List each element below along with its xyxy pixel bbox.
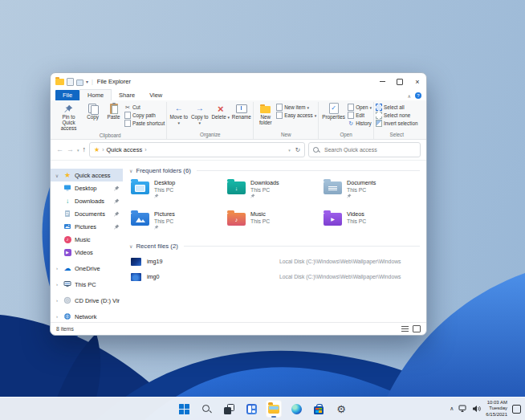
volume-icon[interactable] xyxy=(472,402,481,416)
pin-icon xyxy=(154,225,159,230)
paste-button[interactable]: Paste xyxy=(104,102,124,120)
task-view-button[interactable] xyxy=(221,400,237,418)
microsoft-store-button[interactable] xyxy=(311,400,327,418)
copy-path-button[interactable]: Copy path xyxy=(124,112,165,119)
open-button[interactable]: Open ▾ xyxy=(348,104,372,111)
hidden-icons-chevron-icon[interactable]: ∧ xyxy=(450,406,454,412)
settings-button[interactable]: ⚙ xyxy=(333,400,349,418)
close-button[interactable]: × xyxy=(409,75,426,88)
up-button[interactable]: ↑ xyxy=(83,146,87,153)
sidebar-item-downloads[interactable]: ↓ Downloads xyxy=(51,194,123,207)
desktop-icon xyxy=(63,184,71,192)
address-dropdown-caret-icon[interactable]: ▾ xyxy=(288,148,291,153)
select-all-label: Select all xyxy=(384,104,405,110)
qat-properties-icon[interactable] xyxy=(67,78,74,86)
minimize-button[interactable] xyxy=(373,75,391,88)
large-icons-view-icon[interactable] xyxy=(413,325,421,332)
chevron-down-icon[interactable]: ∨ xyxy=(129,243,132,249)
easy-access-button[interactable]: Easy access ▾ xyxy=(276,112,316,119)
move-to-button[interactable]: ← Move to ▾ xyxy=(169,102,189,126)
folder-tile-documents[interactable]: Documents This PC xyxy=(324,179,420,206)
chevron-down-icon[interactable]: ∨ xyxy=(129,168,132,173)
invert-selection-button[interactable]: Invert selection xyxy=(376,120,417,127)
address-bar[interactable]: ★ › Quick access › ▾ ↻ xyxy=(89,142,305,157)
search-box[interactable] xyxy=(308,142,421,157)
qat-new-folder-icon[interactable] xyxy=(76,80,83,86)
select-all-button[interactable]: Select all xyxy=(376,104,417,111)
history-button[interactable]: ↻ History xyxy=(348,120,372,127)
properties-button[interactable]: ✓ Properties xyxy=(320,102,347,120)
edge-button[interactable] xyxy=(288,400,304,418)
rename-button[interactable]: Rename xyxy=(231,102,251,120)
sidebar-item-this-pc[interactable]: › This PC xyxy=(51,278,123,291)
collapse-ribbon-icon[interactable]: ∧ xyxy=(408,93,411,99)
search-icon xyxy=(201,404,211,414)
back-button[interactable]: ← xyxy=(56,146,63,153)
sidebar-item-cd-drive[interactable]: › CD Drive (D:) Virtual xyxy=(51,294,123,307)
chevron-right-icon[interactable]: › xyxy=(54,282,60,287)
help-icon[interactable]: ? xyxy=(415,92,421,99)
sidebar-item-quick-access[interactable]: ∨ ★ Quick access xyxy=(51,169,123,181)
sidebar-item-pictures[interactable]: Pictures xyxy=(51,220,123,233)
open-label: Open xyxy=(356,104,368,110)
search-input[interactable] xyxy=(323,146,416,153)
sidebar-item-onedrive[interactable]: › ☁ OneDrive xyxy=(51,262,123,275)
folder-tile-downloads[interactable]: ↓ Downloads This PC xyxy=(227,179,324,206)
paste-shortcut-button[interactable]: Paste shortcut xyxy=(124,120,165,127)
tab-home[interactable]: Home xyxy=(79,89,112,100)
sidebar-item-music[interactable]: ♪ Music xyxy=(51,233,123,246)
tab-file[interactable]: File xyxy=(55,90,79,100)
breadcrumb-chevron-icon[interactable]: › xyxy=(102,147,104,153)
new-item-button[interactable]: New item ▾ xyxy=(276,104,316,111)
sidebar-item-network[interactable]: › Network xyxy=(51,310,123,322)
recent-locations-caret-icon[interactable]: ▾ xyxy=(77,148,79,153)
forward-button[interactable]: → xyxy=(67,146,74,153)
pin-icon xyxy=(347,194,352,198)
taskbar-search-button[interactable] xyxy=(198,400,214,418)
qat-customize-caret-icon[interactable]: ▾ xyxy=(86,80,88,84)
breadcrumb-chevron-icon[interactable]: › xyxy=(144,147,146,153)
pin-to-quick-access-button[interactable]: Pin to Quick access xyxy=(55,102,82,132)
delete-button[interactable]: × Delete ▾ xyxy=(210,102,230,120)
cut-button[interactable]: ✂ Cut xyxy=(124,104,165,111)
window-title: File Explorer xyxy=(97,78,131,85)
desktop[interactable]: ▾ | File Explorer × File Home Share View… xyxy=(0,0,525,420)
edit-button[interactable]: Edit xyxy=(348,112,372,119)
details-view-icon[interactable] xyxy=(401,326,409,332)
sidebar-item-desktop[interactable]: Desktop xyxy=(51,181,123,194)
breadcrumb[interactable]: Quick access xyxy=(107,146,143,153)
folder-tile-videos[interactable]: ▶ Videos This PC xyxy=(324,210,420,238)
select-all-icon xyxy=(376,104,382,111)
new-folder-button[interactable]: New folder xyxy=(255,102,275,126)
folder-tile-pictures[interactable]: Pictures This PC xyxy=(131,210,227,238)
chevron-right-icon[interactable]: › xyxy=(54,298,60,303)
select-none-button[interactable]: Select none xyxy=(376,112,417,119)
start-button[interactable] xyxy=(176,400,192,418)
recent-files-header[interactable]: ∨ Recent files (2) xyxy=(129,241,420,251)
new-item-icon xyxy=(276,104,283,111)
tab-share[interactable]: Share xyxy=(112,90,142,100)
sidebar-item-documents[interactable]: Documents xyxy=(51,207,123,220)
folder-tile-desktop[interactable]: Desktop This PC xyxy=(131,179,227,206)
file-row-img0[interactable]: img0 Local Disk (C:)\Windows\Web\Wallpap… xyxy=(131,269,420,284)
copy-to-button[interactable]: → Copy to ▾ xyxy=(189,102,210,126)
maximize-button[interactable] xyxy=(391,75,409,88)
widgets-button[interactable] xyxy=(243,400,259,418)
titlebar[interactable]: ▾ | File Explorer × xyxy=(51,73,426,88)
sidebar-item-videos[interactable]: ▶ Videos xyxy=(51,246,123,259)
refresh-icon[interactable]: ↻ xyxy=(295,146,300,153)
copy-button[interactable]: Copy xyxy=(83,102,103,120)
cd-drive-icon xyxy=(63,296,71,304)
frequent-folders-header[interactable]: ∨ Frequent folders (6) xyxy=(129,165,420,176)
folder-tile-music[interactable]: ♪ Music This PC xyxy=(227,210,324,238)
file-row-img19[interactable]: img19 Local Disk (C:)\Windows\Web\Wallpa… xyxy=(131,254,420,269)
chevron-right-icon[interactable]: › xyxy=(54,266,60,271)
edge-icon xyxy=(291,404,302,414)
network-icon[interactable] xyxy=(458,402,467,416)
chevron-down-icon[interactable]: ∨ xyxy=(54,173,60,178)
taskbar-clock[interactable]: 10:03 AM Tuesday 6/15/2021 xyxy=(486,400,507,417)
chevron-right-icon[interactable]: › xyxy=(54,314,60,319)
notification-center-icon[interactable] xyxy=(512,405,521,414)
file-explorer-taskbar-button[interactable] xyxy=(266,400,282,418)
tab-view[interactable]: View xyxy=(142,90,169,100)
